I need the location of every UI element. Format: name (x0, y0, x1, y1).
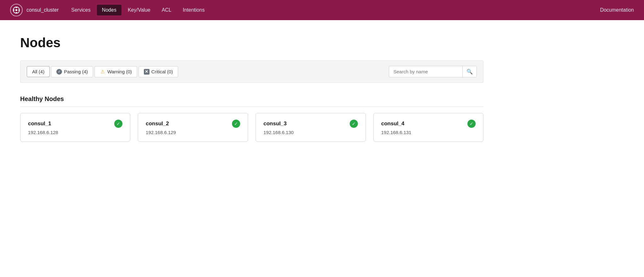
svg-point-5 (18, 9, 20, 11)
node-card-1[interactable]: consul_1 ✓ 192.168.6.128 (20, 113, 130, 142)
node-1-ip: 192.168.6.128 (28, 130, 122, 135)
healthy-nodes-section: Healthy Nodes consul_1 ✓ 192.168.6.128 c… (20, 95, 483, 142)
filter-all[interactable]: All (4) (27, 66, 50, 77)
main-content: Nodes All (4) ✓ Passing (4) ⚠ Warning (0… (0, 20, 504, 157)
nav-acl[interactable]: ACL (157, 5, 177, 15)
filter-buttons: All (4) ✓ Passing (4) ⚠ Warning (0) ✕ Cr… (27, 66, 178, 77)
filter-passing-label: Passing (4) (64, 69, 88, 74)
nav-links: Services Nodes Key/Value ACL Intentions (66, 5, 600, 15)
node-2-status-icon: ✓ (232, 120, 240, 128)
node-4-name: consul_4 (381, 121, 404, 127)
logo[interactable]: consul_cluster (10, 4, 59, 16)
filter-bar: All (4) ✓ Passing (4) ⚠ Warning (0) ✕ Cr… (20, 60, 483, 83)
search-input[interactable] (389, 66, 462, 77)
node-card-4[interactable]: consul_4 ✓ 192.168.6.131 (373, 113, 483, 142)
node-2-ip: 192.168.6.129 (146, 130, 240, 135)
nodes-grid: consul_1 ✓ 192.168.6.128 consul_2 ✓ 192.… (20, 113, 483, 142)
search-button[interactable]: 🔍 (462, 66, 477, 77)
warning-icon: ⚠ (100, 69, 105, 75)
svg-point-4 (13, 9, 14, 11)
filter-warning[interactable]: ⚠ Warning (0) (94, 66, 137, 77)
search-icon: 🔍 (466, 69, 473, 74)
node-1-status-icon: ✓ (114, 120, 122, 128)
filter-critical-label: Critical (0) (151, 69, 173, 74)
passing-icon: ✓ (56, 69, 62, 75)
node-2-name: consul_2 (146, 121, 169, 127)
nav-keyvalue[interactable]: Key/Value (123, 5, 155, 15)
node-card-3[interactable]: consul_3 ✓ 192.168.6.130 (256, 113, 366, 142)
svg-point-2 (16, 7, 17, 8)
node-3-ip: 192.168.6.130 (263, 130, 358, 135)
node-card-4-header: consul_4 ✓ (381, 120, 476, 128)
section-title: Healthy Nodes (20, 95, 483, 107)
node-3-name: consul_3 (263, 121, 287, 127)
svg-point-3 (16, 12, 17, 13)
nav-intentions[interactable]: Intentions (178, 5, 210, 15)
search-box: 🔍 (389, 66, 477, 77)
brand-name: consul_cluster (26, 7, 59, 13)
filter-all-label: All (4) (32, 69, 44, 74)
logo-icon (10, 4, 23, 16)
node-4-ip: 192.168.6.131 (381, 130, 476, 135)
page-title: Nodes (20, 35, 483, 50)
nav-services[interactable]: Services (66, 5, 95, 15)
filter-warning-label: Warning (0) (107, 69, 132, 74)
node-card-3-header: consul_3 ✓ (263, 120, 358, 128)
navbar: consul_cluster Services Nodes Key/Value … (0, 0, 644, 20)
node-1-name: consul_1 (28, 121, 51, 127)
filter-critical[interactable]: ✕ Critical (0) (138, 66, 178, 77)
node-card-1-header: consul_1 ✓ (28, 120, 122, 128)
nav-nodes[interactable]: Nodes (97, 5, 121, 15)
critical-icon: ✕ (144, 69, 150, 75)
documentation-link[interactable]: Documentation (600, 7, 634, 13)
node-card-2-header: consul_2 ✓ (146, 120, 240, 128)
filter-passing[interactable]: ✓ Passing (4) (51, 66, 93, 77)
node-3-status-icon: ✓ (350, 120, 358, 128)
node-card-2[interactable]: consul_2 ✓ 192.168.6.129 (138, 113, 248, 142)
node-4-status-icon: ✓ (467, 120, 476, 128)
svg-point-1 (15, 9, 17, 11)
